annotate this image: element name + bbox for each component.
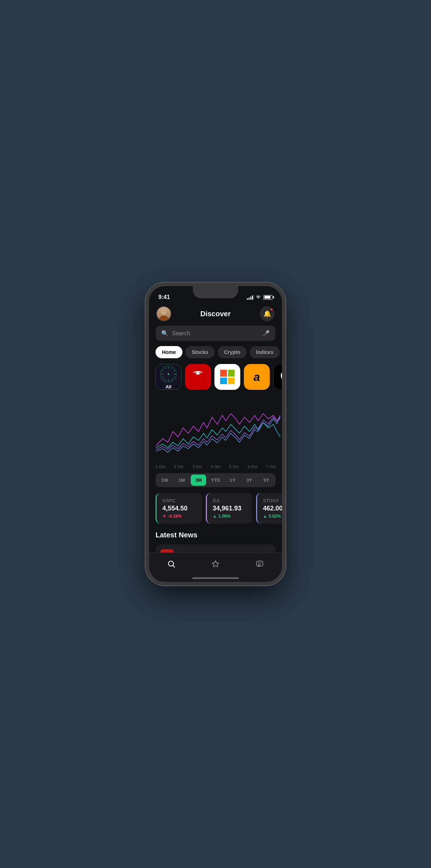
nav-chat[interactable] xyxy=(248,557,271,571)
search-bar[interactable]: 🔍 Search 🎤 xyxy=(156,326,275,341)
star-nav-icon xyxy=(211,560,220,568)
chart-date: 5 Oct xyxy=(229,465,238,469)
svg-rect-4 xyxy=(174,374,176,374)
svg-rect-1 xyxy=(168,367,168,369)
status-icons xyxy=(247,295,273,300)
chart-date: 7 Oct xyxy=(266,465,275,469)
svg-marker-16 xyxy=(212,561,219,567)
svg-rect-12 xyxy=(164,368,166,369)
ms-yellow xyxy=(228,378,235,384)
up-arrow-dji: ▲ xyxy=(213,514,217,519)
svg-rect-9 xyxy=(162,377,163,378)
chart-date: 2 Oct xyxy=(174,465,183,469)
search-nav-icon xyxy=(167,560,176,568)
time-btn-5y[interactable]: 5Y xyxy=(259,475,274,486)
chart-svg xyxy=(149,396,282,460)
chart-dates: 1 Oct 2 Oct 3 Oct 4 Oct 5 Oct 6 Oct 7 Oc… xyxy=(149,463,282,472)
card-ticker-stoxx: STOXX xyxy=(263,498,282,503)
tab-stocks[interactable]: Stocks xyxy=(185,346,215,358)
index-card-dji[interactable]: DJI 34,961.93 ▲ 1.06% xyxy=(206,493,252,524)
company-icon-apple[interactable] xyxy=(273,364,282,390)
amazon-logo: a xyxy=(254,370,260,384)
ms-red xyxy=(220,370,227,377)
company-icon-microsoft[interactable] xyxy=(214,364,240,390)
svg-rect-10 xyxy=(161,374,163,374)
svg-rect-7 xyxy=(168,379,168,381)
time-btn-1w[interactable]: 1W xyxy=(157,475,172,486)
time-selector: 1W 1M 3M YTD 1Y 3Y 5Y xyxy=(156,473,275,487)
all-label: All xyxy=(166,384,172,389)
company-icon-tesla[interactable] xyxy=(185,364,211,390)
wifi-icon xyxy=(255,295,261,300)
latest-news-title: Latest News xyxy=(149,531,282,544)
bbc-logo: BBC NEWS xyxy=(161,549,173,552)
scroll-content[interactable]: Discover 🔔 🔍 Search 🎤 Home Stocks Crypto… xyxy=(149,303,282,552)
phone-frame: 9:41 xyxy=(145,283,286,585)
avatar[interactable] xyxy=(156,306,171,321)
ms-green xyxy=(228,370,235,377)
card-change-stoxx: ▲ 0.82% xyxy=(263,514,282,519)
up-arrow-stoxx: ▲ xyxy=(263,514,267,519)
card-change-dji: ▲ 1.06% xyxy=(213,514,247,519)
card-ticker-dji: DJI xyxy=(213,498,247,503)
time-btn-1m[interactable]: 1M xyxy=(174,475,189,486)
watchface xyxy=(159,365,178,383)
nav-favorites[interactable] xyxy=(204,557,227,571)
card-price-stoxx: 462.00 xyxy=(263,505,282,512)
time-btn-ytd[interactable]: YTD xyxy=(208,475,223,486)
svg-point-13 xyxy=(168,373,169,375)
card-ticker-gspc: GSPC xyxy=(162,498,196,503)
signal-icon xyxy=(247,295,253,300)
home-indicator xyxy=(192,577,239,579)
time-btn-1y[interactable]: 1Y xyxy=(225,475,240,486)
nav-search[interactable] xyxy=(160,557,183,571)
chart-date: 3 Oct xyxy=(193,465,202,469)
chart-date: 4 Oct xyxy=(211,465,220,469)
news-card[interactable]: BBC NEWS BBC News 1h ago Tesla bucks mar… xyxy=(156,544,275,552)
down-arrow-gspc: ▼ xyxy=(162,514,167,519)
company-icon-amazon[interactable]: a xyxy=(244,364,270,390)
tab-home[interactable]: Home xyxy=(156,346,182,358)
header: Discover 🔔 xyxy=(149,303,282,326)
chart-date: 1 Oct xyxy=(156,465,165,469)
avatar-image xyxy=(157,307,171,321)
search-icon: 🔍 xyxy=(161,330,168,337)
svg-rect-6 xyxy=(171,379,172,380)
index-card-gspc[interactable]: GSPC 4,554.50 ▼ -0.28% xyxy=(156,493,202,524)
svg-rect-3 xyxy=(173,370,175,371)
stock-chart xyxy=(149,396,282,460)
svg-rect-5 xyxy=(173,377,175,378)
svg-rect-8 xyxy=(164,379,166,380)
tabs-container: Home Stocks Crypto Indices Forex xyxy=(149,346,282,364)
time-btn-3m[interactable]: 3M xyxy=(191,475,206,486)
svg-rect-2 xyxy=(171,368,172,369)
microphone-icon[interactable]: 🎤 xyxy=(263,330,270,337)
ms-blue xyxy=(220,378,227,384)
news-source: BBC NEWS BBC News xyxy=(161,549,201,552)
svg-rect-11 xyxy=(162,370,163,371)
chart-date: 6 Oct xyxy=(247,465,257,469)
index-cards: GSPC 4,554.50 ▼ -0.28% DJI 34,961.93 ▲ 1… xyxy=(149,493,282,531)
phone-inner: 9:41 xyxy=(149,286,282,582)
notification-button[interactable]: 🔔 xyxy=(260,306,275,321)
time-btn-3y[interactable]: 3Y xyxy=(242,475,257,486)
bell-icon: 🔔 xyxy=(263,310,271,318)
svg-line-15 xyxy=(173,565,175,567)
microsoft-grid xyxy=(220,370,235,384)
news-source-row: BBC NEWS BBC News 1h ago xyxy=(161,549,270,552)
page-title: Discover xyxy=(200,310,231,318)
notification-dot xyxy=(270,308,273,311)
card-price-dji: 34,961.93 xyxy=(213,505,247,512)
company-icons-row: All xyxy=(149,364,282,396)
chat-nav-icon xyxy=(255,560,264,568)
tab-indices[interactable]: Indices xyxy=(250,346,280,358)
status-time: 9:41 xyxy=(158,294,170,300)
search-placeholder: Search xyxy=(172,330,259,337)
index-card-stoxx[interactable]: STOXX 462.00 ▲ 0.82% xyxy=(256,493,282,524)
tab-crypto[interactable]: Crypto xyxy=(218,346,247,358)
card-change-gspc: ▼ -0.28% xyxy=(162,514,196,519)
battery-icon xyxy=(263,295,273,300)
company-icon-all[interactable]: All xyxy=(156,364,181,390)
notch xyxy=(193,286,238,298)
card-price-gspc: 4,554.50 xyxy=(162,505,196,512)
